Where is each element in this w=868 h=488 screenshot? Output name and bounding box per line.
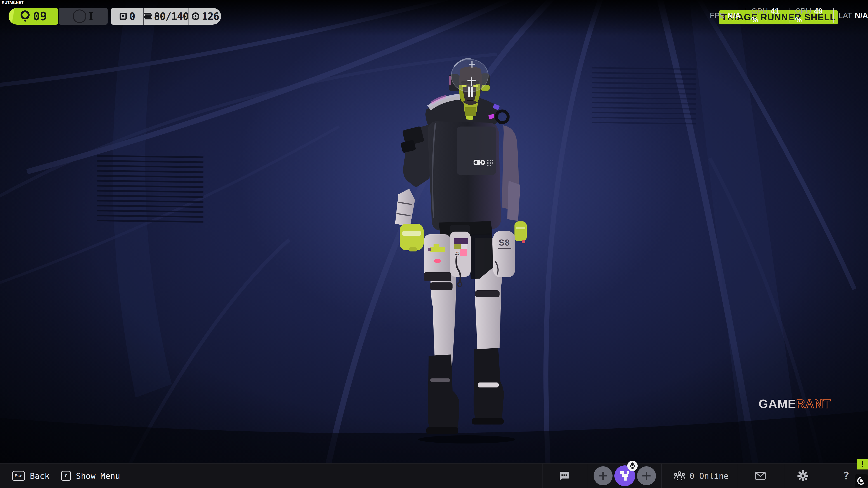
ammo-value: 126 (202, 11, 219, 22)
chat-icon (558, 471, 569, 481)
cpu-label: CPU (795, 6, 811, 15)
gpu-stat: GPU41 % (751, 6, 784, 24)
lat-label: LAT (839, 11, 852, 20)
resources-panel: 0 80/140 (111, 8, 221, 25)
bar-divider (824, 464, 825, 488)
gpu-label: GPU (751, 6, 768, 15)
fps-value: N/A (727, 11, 741, 20)
player-avatar-icon (618, 469, 631, 482)
c-keycap: C (61, 471, 71, 481)
lat-stat: LATN/A (839, 11, 868, 20)
stat-divider (833, 8, 834, 23)
storm-eye-icon (119, 12, 127, 20)
chat-button[interactable] (558, 471, 569, 481)
settings-button[interactable] (798, 470, 808, 481)
balloon-icon (20, 9, 31, 23)
ammo-resource: 126 (188, 8, 221, 25)
help-label: ? (843, 470, 849, 482)
character-model[interactable]: 25 S8 (382, 58, 529, 444)
materials-icon (144, 12, 152, 20)
party-slot-empty-1[interactable] (594, 466, 613, 485)
storm-value: 0 (129, 11, 135, 22)
launcher-button[interactable] (855, 474, 868, 487)
match-hud: 09 I 0 80/140 (8, 8, 221, 25)
help-button[interactable]: ? (843, 470, 849, 482)
pouch-number-label: 25 (455, 251, 460, 256)
players-badge: 09 (8, 8, 58, 25)
materials-value: 80/140 (154, 11, 188, 22)
esc-keycap: Esc (12, 471, 25, 481)
spiral-badge-icon (856, 476, 866, 486)
ammo-icon (191, 12, 200, 21)
mail-icon (755, 471, 766, 480)
gear-icon (798, 470, 808, 481)
bar-divider (784, 464, 784, 488)
show-menu-button[interactable]: C Show Menu (61, 471, 120, 481)
online-count-label: 0 Online (689, 471, 728, 481)
microphone-icon (629, 462, 636, 470)
left-thigh-pouch: 25 (424, 232, 471, 287)
cpu-stat: CPU49 % (795, 6, 828, 24)
pouch-code-label: S8 (499, 238, 510, 248)
storm-resource: 0 (111, 8, 143, 25)
circle-icon (73, 9, 86, 23)
voice-chat-button[interactable] (627, 461, 638, 471)
alert-badge[interactable]: ! (857, 459, 868, 469)
bar-divider (737, 464, 737, 488)
performance-stats: FPSN/A GPU41 % CPU49 % LATN/A (710, 8, 868, 23)
plus-icon (598, 471, 608, 480)
character-right-arm (502, 125, 527, 243)
back-button[interactable]: Esc Back (12, 471, 50, 481)
bottom-bar: Esc Back C Show Menu (0, 463, 868, 488)
bar-divider (588, 464, 588, 488)
party-slot-empty-2[interactable] (637, 466, 656, 485)
online-status[interactable]: 0 Online (674, 471, 728, 481)
right-thigh-pouch: S8 (493, 231, 515, 277)
alert-label: ! (861, 459, 864, 469)
marker-value: I (89, 10, 94, 23)
fps-label: FPS (710, 11, 725, 20)
brand-part1: GAME (758, 397, 796, 411)
back-label: Back (30, 471, 50, 481)
marker-badge: I (59, 8, 107, 25)
stat-divider (746, 8, 746, 23)
site-watermark: RUTAB.NET (0, 0, 27, 5)
character-shadow (418, 435, 515, 444)
people-icon (674, 471, 685, 481)
players-count: 09 (33, 9, 47, 23)
party-slots (594, 465, 656, 486)
plus-icon (642, 471, 651, 480)
inbox-button[interactable] (755, 471, 766, 480)
fps-stat: FPSN/A (710, 11, 741, 20)
bar-divider (542, 464, 543, 488)
game-screen: 25 S8 (0, 0, 868, 488)
materials-resource: 80/140 (143, 8, 188, 25)
character-torso (428, 104, 508, 237)
show-menu-label: Show Menu (76, 471, 120, 481)
lat-value: N/A (855, 11, 868, 20)
brand-part2: RANT (796, 397, 831, 411)
brand-watermark: GAMERANT (758, 397, 831, 411)
bar-divider (661, 464, 662, 488)
stat-divider (789, 8, 790, 23)
